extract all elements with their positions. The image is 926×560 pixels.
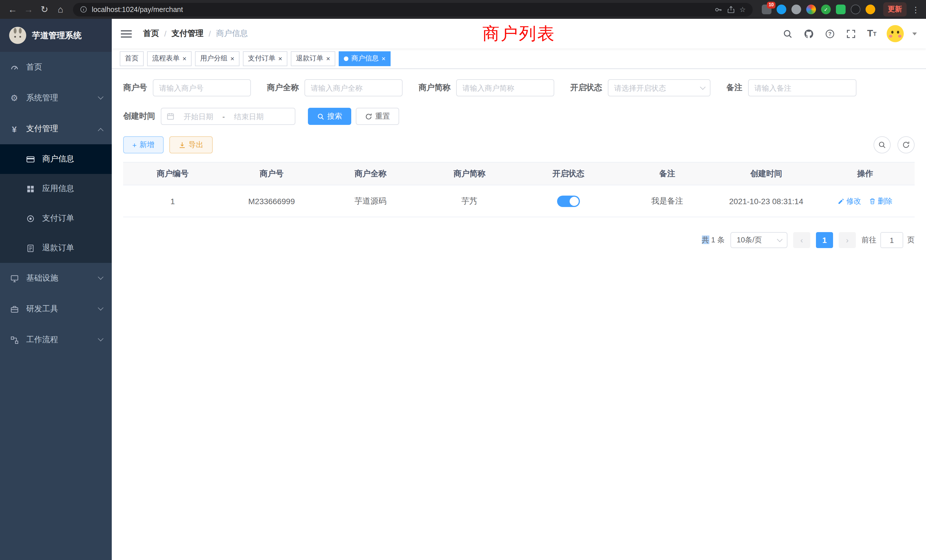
caret-down-icon[interactable] bbox=[912, 32, 917, 35]
cell-create-time: 2021-10-23 08:31:14 bbox=[717, 197, 816, 206]
filter-label-merchant-no: 商户号 bbox=[123, 83, 147, 93]
tab-label: 首页 bbox=[125, 54, 139, 63]
url-text: localhost:1024/pay/merchant bbox=[92, 5, 183, 14]
tab-pay-order[interactable]: 支付订单 × bbox=[243, 51, 287, 66]
extension-icon[interactable] bbox=[865, 5, 875, 14]
export-button[interactable]: 导出 bbox=[169, 136, 212, 153]
sidebar-item-refund-order[interactable]: 退款订单 bbox=[0, 233, 112, 263]
tab-label: 支付订单 bbox=[248, 54, 275, 63]
tab-refund-order[interactable]: 退款订单 × bbox=[291, 51, 335, 66]
fullscreen-icon[interactable] bbox=[844, 27, 857, 40]
col-header: 备注 bbox=[618, 168, 717, 179]
help-icon[interactable]: ? bbox=[823, 27, 836, 40]
sidebar-item-system[interactable]: ⚙ 系统管理 bbox=[0, 83, 112, 114]
goto-page-input[interactable] bbox=[881, 232, 903, 248]
cell-short-name: 芋艿 bbox=[420, 196, 519, 206]
page-size-select[interactable] bbox=[731, 232, 787, 248]
address-bar[interactable]: localhost:1024/pay/merchant ☆ bbox=[73, 3, 753, 16]
sidebar-item-payment[interactable]: ¥ 支付管理 bbox=[0, 114, 112, 144]
edit-link[interactable]: 修改 bbox=[838, 196, 861, 206]
filter-label-full-name: 商户全称 bbox=[267, 83, 299, 93]
tab-home[interactable]: 首页 bbox=[120, 51, 144, 66]
chevron-up-icon bbox=[98, 128, 103, 133]
extension-badge: 10 bbox=[767, 2, 775, 9]
search-icon[interactable] bbox=[781, 27, 794, 40]
back-icon[interactable]: ← bbox=[5, 2, 21, 17]
yen-icon: ¥ bbox=[9, 124, 20, 134]
close-icon[interactable]: × bbox=[381, 55, 386, 62]
active-dot bbox=[344, 56, 348, 61]
chevron-down-icon bbox=[98, 94, 103, 99]
sidebar-item-dev-tools[interactable]: 研发工具 bbox=[0, 294, 112, 324]
extension-icon[interactable] bbox=[836, 5, 846, 14]
hamburger-icon[interactable] bbox=[121, 28, 135, 39]
payment-submenu: 商户信息 应用信息 支付订单 bbox=[0, 144, 112, 263]
filter-label-short-name: 商户简称 bbox=[419, 83, 451, 93]
short-name-input[interactable] bbox=[456, 79, 554, 96]
reload-icon[interactable]: ↻ bbox=[36, 2, 53, 17]
table-row: 1 M233666999 芋道源码 芋艿 我是备注 2021-10-23 08:… bbox=[123, 185, 915, 217]
extension-icon[interactable] bbox=[791, 5, 801, 14]
extension-icon[interactable]: ✓ bbox=[821, 5, 831, 14]
col-header: 商户号 bbox=[222, 168, 321, 179]
extension-icon[interactable] bbox=[806, 5, 816, 14]
card-icon bbox=[25, 155, 35, 163]
col-header: 创建时间 bbox=[717, 168, 816, 179]
tab-process-form[interactable]: 流程表单 × bbox=[147, 51, 192, 66]
reset-button[interactable]: 重置 bbox=[356, 108, 399, 125]
refresh-icon-button[interactable] bbox=[897, 136, 915, 153]
date-range-picker[interactable]: - bbox=[161, 108, 295, 125]
grid-icon bbox=[25, 185, 35, 193]
full-name-input[interactable] bbox=[304, 79, 402, 96]
prev-page-button[interactable]: ‹ bbox=[793, 232, 810, 248]
close-icon[interactable]: × bbox=[230, 55, 235, 62]
tab-label: 商户信息 bbox=[351, 54, 378, 63]
navbar-actions: ? TT bbox=[781, 25, 917, 42]
app-logo[interactable]: 芋道管理系统 bbox=[0, 19, 112, 52]
share-icon[interactable] bbox=[727, 5, 735, 14]
close-icon[interactable]: × bbox=[183, 55, 186, 62]
browser-menu-icon[interactable]: ⋮ bbox=[910, 5, 921, 14]
site-info-icon[interactable] bbox=[80, 6, 87, 13]
bookmark-star-icon[interactable]: ☆ bbox=[740, 5, 746, 14]
home-icon[interactable]: ⌂ bbox=[53, 2, 68, 17]
next-page-button[interactable]: › bbox=[839, 232, 856, 248]
status-toggle[interactable] bbox=[557, 195, 580, 207]
show-search-icon-button[interactable] bbox=[873, 136, 891, 153]
sidebar-item-label: 研发工具 bbox=[26, 304, 58, 314]
tab-merchant-info[interactable]: 商户信息 × bbox=[339, 51, 390, 66]
tab-label: 退款订单 bbox=[296, 54, 323, 63]
key-icon[interactable] bbox=[714, 5, 722, 14]
close-icon[interactable]: × bbox=[278, 55, 282, 62]
extension-icon[interactable] bbox=[776, 5, 786, 14]
search-button[interactable]: 搜索 bbox=[308, 108, 351, 125]
col-header: 商户全称 bbox=[321, 168, 420, 179]
cell-full-name: 芋道源码 bbox=[321, 196, 420, 206]
start-date-input[interactable] bbox=[177, 112, 220, 121]
browser-update-button[interactable]: 更新 bbox=[883, 2, 906, 17]
merchant-no-input[interactable] bbox=[153, 79, 251, 96]
sidebar-item-merchant-info[interactable]: 商户信息 bbox=[0, 144, 112, 174]
end-date-input[interactable] bbox=[227, 112, 271, 121]
forward-icon[interactable]: → bbox=[21, 2, 36, 17]
status-select[interactable] bbox=[608, 79, 710, 96]
extension-icon[interactable] bbox=[851, 5, 861, 14]
add-button[interactable]: + 新增 bbox=[123, 136, 163, 153]
close-icon[interactable]: × bbox=[326, 55, 330, 62]
breadcrumb-item[interactable]: 首页 bbox=[143, 29, 159, 39]
delete-link[interactable]: 删除 bbox=[869, 196, 893, 206]
sidebar-item-workflow[interactable]: 工作流程 bbox=[0, 324, 112, 355]
sidebar-item-app-info[interactable]: 应用信息 bbox=[0, 174, 112, 204]
remark-input[interactable] bbox=[748, 79, 856, 96]
sidebar-item-home[interactable]: 首页 bbox=[0, 52, 112, 83]
tags-view-bar: 首页 流程表单 × 用户分组 × 支付订单 × 退款订单 × bbox=[112, 48, 926, 69]
sidebar-item-infrastructure[interactable]: 基础设施 bbox=[0, 263, 112, 294]
sidebar-item-pay-order[interactable]: 支付订单 bbox=[0, 204, 112, 233]
page-number-button[interactable]: 1 bbox=[816, 232, 833, 248]
avatar[interactable] bbox=[887, 25, 904, 42]
extension-icon[interactable]: 10 bbox=[762, 5, 772, 14]
breadcrumb-item[interactable]: 支付管理 bbox=[172, 29, 204, 39]
tab-user-group[interactable]: 用户分组 × bbox=[195, 51, 239, 66]
github-icon[interactable] bbox=[802, 27, 815, 40]
font-size-icon[interactable]: TT bbox=[865, 27, 878, 40]
